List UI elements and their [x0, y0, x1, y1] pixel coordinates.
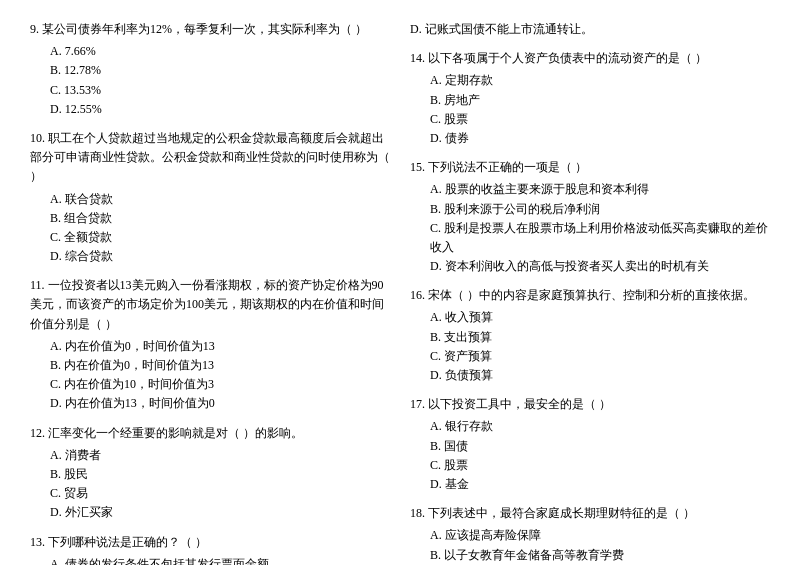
option-q17-3: D. 基金 [410, 475, 770, 494]
question-q18: 18. 下列表述中，最符合家庭成长期理财特征的是（ ）A. 应该提高寿险保障B.… [410, 504, 770, 565]
option-q17-2: C. 股票 [410, 456, 770, 475]
option-q10-3: D. 综合贷款 [30, 247, 390, 266]
option-q14-1: B. 房地产 [410, 91, 770, 110]
question-title: 16. 宋体（ ）中的内容是家庭预算执行、控制和分析的直接依据。 [410, 286, 770, 305]
option-q10-0: A. 联合贷款 [30, 190, 390, 209]
question-q13d: D. 记账式国债不能上市流通转让。 [410, 20, 770, 39]
option-q9-0: A. 7.66% [30, 42, 390, 61]
question-title: 11. 一位投资者以13美元购入一份看涨期权，标的资产协定价格为90美元，而该资… [30, 276, 390, 334]
option-q16-2: C. 资产预算 [410, 347, 770, 366]
option-q17-1: B. 国债 [410, 437, 770, 456]
option-q14-2: C. 股票 [410, 110, 770, 129]
question-title: 18. 下列表述中，最符合家庭成长期理财特征的是（ ） [410, 504, 770, 523]
option-q9-1: B. 12.78% [30, 61, 390, 80]
question-q17: 17. 以下投资工具中，最安全的是（ ）A. 银行存款B. 国债C. 股票D. … [410, 395, 770, 494]
question-q16: 16. 宋体（ ）中的内容是家庭预算执行、控制和分析的直接依据。A. 收入预算B… [410, 286, 770, 385]
option-q14-0: A. 定期存款 [410, 71, 770, 90]
option-q14-3: D. 债券 [410, 129, 770, 148]
question-title: 17. 以下投资工具中，最安全的是（ ） [410, 395, 770, 414]
option-q15-1: B. 股利来源于公司的税后净利润 [410, 200, 770, 219]
question-title: D. 记账式国债不能上市流通转让。 [410, 20, 770, 39]
option-q16-0: A. 收入预算 [410, 308, 770, 327]
option-q10-1: B. 组合贷款 [30, 209, 390, 228]
option-q18-0: A. 应该提高寿险保障 [410, 526, 770, 545]
question-q15: 15. 下列说法不正确的一项是（ ）A. 股票的收益主要来源于股息和资本利得B.… [410, 158, 770, 276]
option-q16-1: B. 支出预算 [410, 328, 770, 347]
option-q11-1: B. 内在价值为0，时间价值为13 [30, 356, 390, 375]
question-q11: 11. 一位投资者以13美元购入一份看涨期权，标的资产协定价格为90美元，而该资… [30, 276, 390, 413]
question-title: 14. 以下各项属于个人资产负债表中的流动资产的是（ ） [410, 49, 770, 68]
question-q13: 13. 下列哪种说法是正确的？（ ）A. 债券的发行条件不包括其发行票面金额。B… [30, 533, 390, 566]
question-q12: 12. 汇率变化一个经重要的影响就是对（ ）的影响。A. 消费者B. 股民C. … [30, 424, 390, 523]
option-q16-3: D. 负债预算 [410, 366, 770, 385]
question-title: 15. 下列说法不正确的一项是（ ） [410, 158, 770, 177]
option-q15-0: A. 股票的收益主要来源于股息和资本利得 [410, 180, 770, 199]
option-q12-1: B. 股民 [30, 465, 390, 484]
question-q14: 14. 以下各项属于个人资产负债表中的流动资产的是（ ）A. 定期存款B. 房地… [410, 49, 770, 148]
option-q18-1: B. 以子女教育年金储备高等教育学费 [410, 546, 770, 565]
option-q11-3: D. 内在价值为13，时间价值为0 [30, 394, 390, 413]
left-column: 9. 某公司债券年利率为12%，每季复利一次，其实际利率为（ ）A. 7.66%… [30, 20, 390, 565]
question-title: 9. 某公司债券年利率为12%，每季复利一次，其实际利率为（ ） [30, 20, 390, 39]
option-q9-3: D. 12.55% [30, 100, 390, 119]
option-q15-3: D. 资本利润收入的高低与投资者买人卖出的时机有关 [410, 257, 770, 276]
option-q12-0: A. 消费者 [30, 446, 390, 465]
option-q12-2: C. 贸易 [30, 484, 390, 503]
question-title: 10. 职工在个人贷款超过当地规定的公积金贷款最高额度后会就超出部分可申请商业性… [30, 129, 390, 187]
question-q10: 10. 职工在个人贷款超过当地规定的公积金贷款最高额度后会就超出部分可申请商业性… [30, 129, 390, 266]
option-q9-2: C. 13.53% [30, 81, 390, 100]
option-q15-2: C. 股利是投票人在股票市场上利用价格波动低买高卖赚取的差价收入 [410, 219, 770, 257]
question-title: 13. 下列哪种说法是正确的？（ ） [30, 533, 390, 552]
question-q9: 9. 某公司债券年利率为12%，每季复利一次，其实际利率为（ ）A. 7.66%… [30, 20, 390, 119]
option-q17-0: A. 银行存款 [410, 417, 770, 436]
option-q12-3: D. 外汇买家 [30, 503, 390, 522]
option-q13-0: A. 债券的发行条件不包括其发行票面金额。 [30, 555, 390, 565]
right-column: D. 记账式国债不能上市流通转让。14. 以下各项属于个人资产负债表中的流动资产… [410, 20, 770, 565]
option-q11-0: A. 内在价值为0，时间价值为13 [30, 337, 390, 356]
option-q10-2: C. 全额贷款 [30, 228, 390, 247]
question-title: 12. 汇率变化一个经重要的影响就是对（ ）的影响。 [30, 424, 390, 443]
option-q11-2: C. 内在价值为10，时间价值为3 [30, 375, 390, 394]
